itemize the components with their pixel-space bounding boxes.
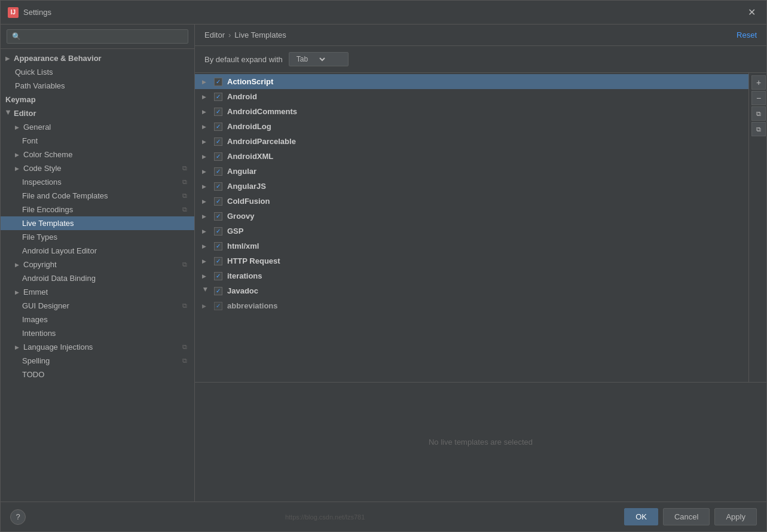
search-input[interactable] xyxy=(7,29,188,44)
template-row-androidcomments[interactable]: ▶ AndroidComments xyxy=(195,104,748,119)
template-list: ▶ ActionScript ▶ Android ▶ Androi xyxy=(195,73,748,382)
template-row-coldfusion[interactable]: ▶ ColdFusion xyxy=(195,194,748,209)
checkbox-abbreviations[interactable] xyxy=(214,302,222,310)
copy-template-button[interactable]: ⧉ xyxy=(751,106,766,121)
expand-iterations-icon: ▶ xyxy=(202,273,209,279)
checkbox-actionscript[interactable] xyxy=(214,78,222,86)
copy-icon: ⧉ xyxy=(182,164,187,172)
sidebar-item-quick-lists[interactable]: Quick Lists xyxy=(1,65,194,79)
checkbox-androidxml[interactable] xyxy=(214,152,222,161)
cancel-button[interactable]: Cancel xyxy=(663,508,710,525)
checkbox-androidparcelable[interactable] xyxy=(214,137,222,146)
sidebar-item-file-types[interactable]: File Types xyxy=(1,230,194,244)
checkbox-androidlog[interactable] xyxy=(214,123,222,131)
template-row-abbreviations[interactable]: ▶ abbreviations xyxy=(195,298,748,313)
sidebar-item-file-encodings[interactable]: File Encodings ⧉ xyxy=(1,203,194,216)
template-row-html-xml[interactable]: ▶ html/xml xyxy=(195,239,748,253)
close-button[interactable]: ✕ xyxy=(744,5,759,19)
template-name-angular: Angular xyxy=(227,167,256,176)
help-button[interactable]: ? xyxy=(10,509,26,525)
sidebar-item-gui-designer[interactable]: GUI Designer ⧉ xyxy=(1,299,194,313)
breadcrumb: Editor › Live Templates xyxy=(204,30,286,39)
sidebar-item-general[interactable]: ▶ General xyxy=(1,120,194,134)
sidebar-item-language-injections[interactable]: ▶ Language Injections ⧉ xyxy=(1,340,194,354)
template-row-angular[interactable]: ▶ Angular xyxy=(195,164,748,179)
template-list-container: ▶ ActionScript ▶ Android ▶ Androi xyxy=(195,73,766,382)
template-row-http-request[interactable]: ▶ HTTP Request xyxy=(195,253,748,268)
main-content: ▶ Appearance & Behavior Quick Lists Path… xyxy=(1,25,766,502)
template-name-http-request: HTTP Request xyxy=(227,256,280,265)
remove-template-button[interactable]: − xyxy=(751,91,766,105)
sidebar-item-code-style[interactable]: ▶ Code Style ⧉ xyxy=(1,161,194,175)
sidebar-item-intentions[interactable]: Intentions xyxy=(1,326,194,340)
sidebar-item-path-variables[interactable]: Path Variables xyxy=(1,79,194,93)
arrow-code-icon: ▶ xyxy=(15,166,21,172)
add-template-button[interactable]: + xyxy=(751,75,766,90)
sidebar: ▶ Appearance & Behavior Quick Lists Path… xyxy=(1,25,195,502)
template-row-androidparcelable[interactable]: ▶ AndroidParcelable xyxy=(195,134,748,149)
title-bar: IJ Settings ✕ xyxy=(1,1,766,25)
checkbox-http-request[interactable] xyxy=(214,257,222,265)
copy-encodings-icon: ⧉ xyxy=(182,206,187,213)
sidebar-item-keymap[interactable]: Keymap xyxy=(1,93,194,106)
template-row-gsp[interactable]: ▶ GSP xyxy=(195,224,748,239)
template-row-javadoc[interactable]: ▶ Javadoc xyxy=(195,283,748,298)
sidebar-item-copyright[interactable]: ▶ Copyright ⧉ xyxy=(1,258,194,271)
sidebar-item-font[interactable]: Font xyxy=(1,134,194,148)
template-name-iterations: iterations xyxy=(227,271,262,280)
template-name-androidcomments: AndroidComments xyxy=(227,107,297,116)
copy-file-templates-icon: ⧉ xyxy=(182,192,187,200)
sidebar-item-file-code-templates[interactable]: File and Code Templates ⧉ xyxy=(1,189,194,203)
checkbox-groovy[interactable] xyxy=(214,212,222,221)
sidebar-item-inspections[interactable]: Inspections ⧉ xyxy=(1,175,194,189)
checkbox-android[interactable] xyxy=(214,93,222,101)
sidebar-item-spelling[interactable]: Spelling ⧉ xyxy=(1,354,194,368)
template-name-angularjs: AngularJS xyxy=(227,182,266,191)
expand-gsp-icon: ▶ xyxy=(202,228,209,234)
arrow-icon: ▶ xyxy=(5,56,11,62)
sidebar-item-android-layout-editor[interactable]: Android Layout Editor xyxy=(1,244,194,258)
sidebar-item-todo[interactable]: TODO xyxy=(1,368,194,381)
template-name-html-xml: html/xml xyxy=(227,241,259,250)
toolbar-label: By default expand with xyxy=(204,55,283,64)
checkbox-androidcomments[interactable] xyxy=(214,108,222,116)
expand-groovy-icon: ▶ xyxy=(202,213,209,219)
checkbox-angularjs[interactable] xyxy=(214,182,222,191)
sidebar-item-editor[interactable]: ▶ Editor xyxy=(1,106,194,120)
checkbox-angular[interactable] xyxy=(214,167,222,176)
template-name-coldfusion: ColdFusion xyxy=(227,197,270,206)
sidebar-item-images[interactable]: Images xyxy=(1,313,194,326)
template-row-groovy[interactable]: ▶ Groovy xyxy=(195,209,748,224)
expand-angular-icon: ▶ xyxy=(202,169,209,175)
template-name-androidlog: AndroidLog xyxy=(227,122,271,131)
sidebar-item-emmet[interactable]: ▶ Emmet xyxy=(1,285,194,299)
panel-header: Editor › Live Templates Reset xyxy=(195,25,766,46)
checkbox-iterations[interactable] xyxy=(214,272,222,280)
checkbox-gsp[interactable] xyxy=(214,227,222,236)
reset-button[interactable]: Reset xyxy=(737,30,757,39)
checkbox-coldfusion[interactable] xyxy=(214,197,222,206)
template-row-actionscript[interactable]: ▶ ActionScript xyxy=(195,74,748,89)
sidebar-item-color-scheme[interactable]: ▶ Color Scheme xyxy=(1,148,194,161)
template-row-androidlog[interactable]: ▶ AndroidLog xyxy=(195,119,748,134)
expand-html-xml-icon: ▶ xyxy=(202,243,209,249)
checkbox-html-xml[interactable] xyxy=(214,242,222,250)
expand-with-select[interactable]: Tab Enter Space xyxy=(294,54,327,64)
sidebar-item-live-templates[interactable]: Live Templates xyxy=(1,216,194,230)
ok-button[interactable]: OK xyxy=(624,508,658,525)
move-template-button[interactable]: ⧉ xyxy=(751,122,766,136)
breadcrumb-current: Live Templates xyxy=(234,30,286,39)
template-row-androidxml[interactable]: ▶ AndroidXML xyxy=(195,149,748,164)
template-row-angularjs[interactable]: ▶ AngularJS xyxy=(195,179,748,194)
template-row-android[interactable]: ▶ Android xyxy=(195,89,748,104)
template-row-iterations[interactable]: ▶ iterations xyxy=(195,268,748,283)
template-name-androidxml: AndroidXML xyxy=(227,152,273,161)
sidebar-item-appearance[interactable]: ▶ Appearance & Behavior xyxy=(1,51,194,65)
arrow-color-icon: ▶ xyxy=(15,152,21,158)
apply-button[interactable]: Apply xyxy=(714,508,757,525)
search-bar xyxy=(1,25,194,49)
checkbox-javadoc[interactable] xyxy=(214,287,222,295)
expand-with-dropdown[interactable]: Tab Enter Space xyxy=(289,52,349,66)
side-buttons: + − ⧉ ⧉ xyxy=(748,73,766,382)
sidebar-item-android-data-binding[interactable]: Android Data Binding xyxy=(1,271,194,285)
